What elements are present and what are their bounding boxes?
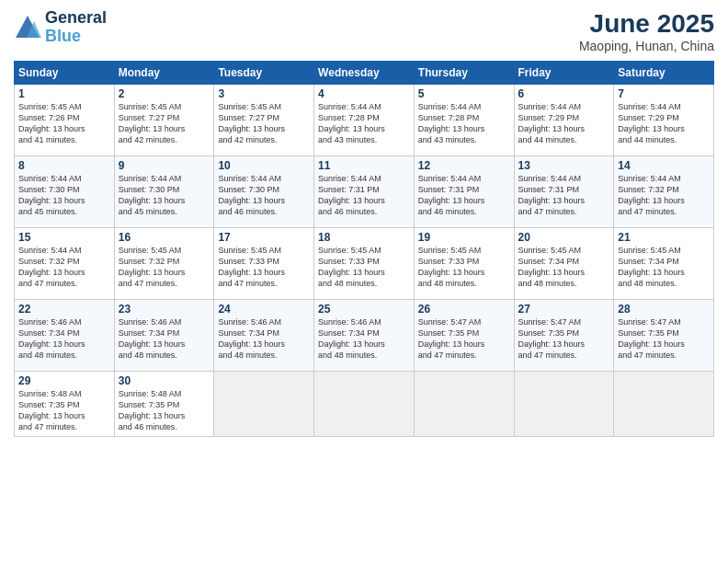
- table-row: 3Sunrise: 5:45 AM Sunset: 7:27 PM Daylig…: [214, 85, 314, 156]
- day-number: 17: [218, 231, 310, 244]
- day-number: 15: [18, 231, 110, 244]
- location: Maoping, Hunan, China: [579, 39, 714, 53]
- day-info: Sunrise: 5:45 AM Sunset: 7:32 PM Dayligh…: [119, 245, 210, 290]
- table-row: 10Sunrise: 5:44 AM Sunset: 7:30 PM Dayli…: [214, 156, 314, 228]
- day-info: Sunrise: 5:44 AM Sunset: 7:30 PM Dayligh…: [18, 173, 110, 218]
- day-info: Sunrise: 5:46 AM Sunset: 7:34 PM Dayligh…: [119, 316, 210, 362]
- day-number: 2: [119, 87, 210, 100]
- logo-icon: [14, 14, 41, 41]
- table-row: 22Sunrise: 5:46 AM Sunset: 7:34 PM Dayli…: [15, 300, 115, 372]
- table-row: 14Sunrise: 5:44 AM Sunset: 7:32 PM Dayli…: [614, 156, 714, 228]
- table-row: 19Sunrise: 5:45 AM Sunset: 7:33 PM Dayli…: [414, 228, 514, 300]
- day-number: 7: [618, 87, 710, 100]
- table-row: 4Sunrise: 5:44 AM Sunset: 7:28 PM Daylig…: [314, 85, 415, 156]
- day-number: 9: [119, 159, 210, 172]
- day-info: Sunrise: 5:44 AM Sunset: 7:28 PM Dayligh…: [418, 101, 510, 146]
- table-row: 21Sunrise: 5:45 AM Sunset: 7:34 PM Dayli…: [614, 228, 714, 300]
- day-info: Sunrise: 5:45 AM Sunset: 7:34 PM Dayligh…: [618, 245, 710, 290]
- day-info: Sunrise: 5:44 AM Sunset: 7:28 PM Dayligh…: [318, 101, 410, 146]
- table-row: 23Sunrise: 5:46 AM Sunset: 7:34 PM Dayli…: [114, 300, 214, 372]
- day-number: 5: [418, 87, 510, 100]
- day-info: Sunrise: 5:44 AM Sunset: 7:29 PM Dayligh…: [618, 101, 710, 146]
- calendar-header-row: Sunday Monday Tuesday Wednesday Thursday…: [15, 62, 714, 85]
- table-row: [314, 372, 415, 437]
- day-info: Sunrise: 5:45 AM Sunset: 7:27 PM Dayligh…: [218, 101, 310, 146]
- logo-line2: Blue: [45, 28, 107, 46]
- table-row: 20Sunrise: 5:45 AM Sunset: 7:34 PM Dayli…: [514, 228, 614, 300]
- day-info: Sunrise: 5:45 AM Sunset: 7:27 PM Dayligh…: [119, 101, 210, 146]
- table-row: 7Sunrise: 5:44 AM Sunset: 7:29 PM Daylig…: [614, 85, 714, 156]
- day-number: 11: [318, 159, 410, 172]
- logo: General Blue: [14, 9, 107, 46]
- day-number: 21: [618, 231, 710, 244]
- day-number: 13: [518, 159, 610, 172]
- table-row: [614, 372, 714, 437]
- calendar-page: General Blue June 2025 Maoping, Hunan, C…: [0, 0, 728, 563]
- table-row: 1Sunrise: 5:45 AM Sunset: 7:26 PM Daylig…: [15, 85, 115, 156]
- day-number: 20: [518, 231, 610, 244]
- day-info: Sunrise: 5:48 AM Sunset: 7:35 PM Dayligh…: [18, 388, 110, 433]
- col-friday: Friday: [514, 62, 614, 85]
- day-number: 30: [119, 374, 210, 387]
- day-number: 27: [518, 303, 610, 316]
- day-info: Sunrise: 5:46 AM Sunset: 7:34 PM Dayligh…: [18, 316, 110, 362]
- day-number: 12: [418, 159, 510, 172]
- day-info: Sunrise: 5:44 AM Sunset: 7:31 PM Dayligh…: [418, 173, 510, 218]
- table-row: 11Sunrise: 5:44 AM Sunset: 7:31 PM Dayli…: [314, 156, 415, 228]
- table-row: 17Sunrise: 5:45 AM Sunset: 7:33 PM Dayli…: [214, 228, 314, 300]
- day-info: Sunrise: 5:46 AM Sunset: 7:34 PM Dayligh…: [318, 316, 410, 362]
- day-number: 10: [218, 159, 310, 172]
- table-row: [514, 372, 614, 437]
- table-row: 5Sunrise: 5:44 AM Sunset: 7:28 PM Daylig…: [414, 85, 514, 156]
- day-number: 22: [18, 303, 110, 316]
- table-row: 29Sunrise: 5:48 AM Sunset: 7:35 PM Dayli…: [15, 372, 115, 437]
- table-row: 24Sunrise: 5:46 AM Sunset: 7:34 PM Dayli…: [214, 300, 314, 372]
- table-row: 30Sunrise: 5:48 AM Sunset: 7:35 PM Dayli…: [114, 372, 214, 437]
- day-number: 25: [318, 303, 410, 316]
- day-info: Sunrise: 5:45 AM Sunset: 7:33 PM Dayligh…: [218, 245, 310, 290]
- day-number: 16: [119, 231, 210, 244]
- day-info: Sunrise: 5:47 AM Sunset: 7:35 PM Dayligh…: [518, 316, 610, 362]
- table-row: 27Sunrise: 5:47 AM Sunset: 7:35 PM Dayli…: [514, 300, 614, 372]
- day-info: Sunrise: 5:44 AM Sunset: 7:30 PM Dayligh…: [218, 173, 310, 218]
- table-row: 9Sunrise: 5:44 AM Sunset: 7:30 PM Daylig…: [114, 156, 214, 228]
- day-number: 14: [618, 159, 710, 172]
- table-row: 2Sunrise: 5:45 AM Sunset: 7:27 PM Daylig…: [114, 85, 214, 156]
- day-number: 8: [18, 159, 110, 172]
- table-row: 15Sunrise: 5:44 AM Sunset: 7:32 PM Dayli…: [15, 228, 115, 300]
- day-number: 4: [318, 87, 410, 100]
- day-info: Sunrise: 5:48 AM Sunset: 7:35 PM Dayligh…: [119, 388, 210, 433]
- day-info: Sunrise: 5:47 AM Sunset: 7:35 PM Dayligh…: [418, 316, 510, 362]
- table-row: 26Sunrise: 5:47 AM Sunset: 7:35 PM Dayli…: [414, 300, 514, 372]
- day-info: Sunrise: 5:45 AM Sunset: 7:34 PM Dayligh…: [518, 245, 610, 290]
- table-row: 16Sunrise: 5:45 AM Sunset: 7:32 PM Dayli…: [114, 228, 214, 300]
- col-thursday: Thursday: [414, 62, 514, 85]
- month-title: June 2025: [579, 9, 714, 39]
- day-info: Sunrise: 5:45 AM Sunset: 7:26 PM Dayligh…: [18, 101, 110, 146]
- day-info: Sunrise: 5:46 AM Sunset: 7:34 PM Dayligh…: [218, 316, 310, 362]
- calendar-table: Sunday Monday Tuesday Wednesday Thursday…: [14, 61, 714, 437]
- col-sunday: Sunday: [15, 62, 115, 85]
- day-number: 6: [518, 87, 610, 100]
- table-row: [414, 372, 514, 437]
- logo-line1: General: [45, 9, 107, 28]
- table-row: [214, 372, 314, 437]
- col-monday: Monday: [114, 62, 214, 85]
- day-info: Sunrise: 5:45 AM Sunset: 7:33 PM Dayligh…: [418, 245, 510, 290]
- day-number: 29: [18, 374, 110, 387]
- col-tuesday: Tuesday: [214, 62, 314, 85]
- day-info: Sunrise: 5:44 AM Sunset: 7:29 PM Dayligh…: [518, 101, 610, 146]
- table-row: 12Sunrise: 5:44 AM Sunset: 7:31 PM Dayli…: [414, 156, 514, 228]
- table-row: 13Sunrise: 5:44 AM Sunset: 7:31 PM Dayli…: [514, 156, 614, 228]
- day-info: Sunrise: 5:44 AM Sunset: 7:31 PM Dayligh…: [518, 173, 610, 218]
- table-row: 18Sunrise: 5:45 AM Sunset: 7:33 PM Dayli…: [314, 228, 415, 300]
- day-number: 18: [318, 231, 410, 244]
- day-info: Sunrise: 5:44 AM Sunset: 7:32 PM Dayligh…: [18, 245, 110, 290]
- day-number: 1: [18, 87, 110, 100]
- day-number: 19: [418, 231, 510, 244]
- day-number: 23: [119, 303, 210, 316]
- day-info: Sunrise: 5:44 AM Sunset: 7:31 PM Dayligh…: [318, 173, 410, 218]
- day-number: 24: [218, 303, 310, 316]
- day-info: Sunrise: 5:47 AM Sunset: 7:35 PM Dayligh…: [618, 316, 710, 362]
- table-row: 8Sunrise: 5:44 AM Sunset: 7:30 PM Daylig…: [15, 156, 115, 228]
